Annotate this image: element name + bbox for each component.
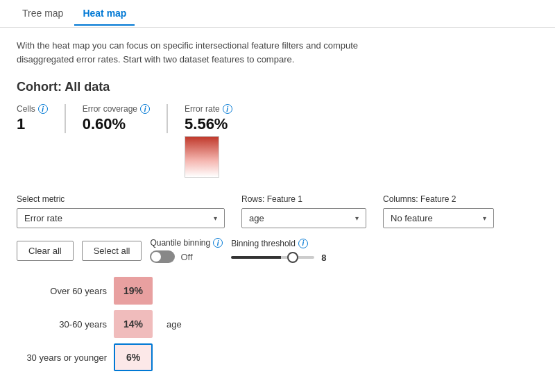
description-text: With the heat map you can focus on speci… (17, 39, 364, 66)
rows-feature-dropdown[interactable]: age ▾ (241, 208, 366, 228)
binning-slider[interactable] (231, 256, 314, 259)
quantile-binning-group: Quantile binning i Off (150, 238, 223, 263)
main-content: With the heat map you can focus on speci… (0, 28, 555, 388)
heatmap-table: Over 60 years 19% 30-60 years 14% age 30… (17, 277, 538, 371)
cols-feature-chevron-icon: ▾ (483, 214, 486, 222)
table-row: 30-60 years 14% age (17, 310, 538, 338)
row-label-2: 30 years or younger (17, 352, 107, 363)
select-metric-group: Select metric Error rate ▾ (17, 194, 225, 228)
heatmap-preview (185, 136, 219, 178)
quantile-toggle-row: Off (150, 250, 223, 263)
error-coverage-value: 0.60% (83, 115, 150, 133)
heatmap-cell-1[interactable]: 14% (114, 310, 153, 338)
error-coverage-metric: Error coverage i 0.60% (83, 104, 168, 133)
cells-info-icon[interactable]: i (38, 104, 48, 114)
heatmap-cell-0[interactable]: 19% (114, 277, 153, 305)
binning-label: Binning threshold i (231, 239, 326, 248)
error-rate-metric: Error rate i 5.56% (185, 104, 249, 178)
select-metric-label: Select metric (17, 194, 225, 204)
tab-bar: Tree map Heat map (0, 0, 555, 28)
tab-heat-map[interactable]: Heat map (74, 2, 135, 26)
cols-feature-label: Columns: Feature 2 (383, 194, 494, 204)
select-metric-chevron-icon: ▾ (214, 214, 217, 222)
metrics-row: Cells i 1 Error coverage i 0.60% Error r… (17, 104, 538, 178)
actions-row: Clear all Select all Quantile binning i … (17, 238, 538, 263)
binning-slider-row: 8 (231, 253, 326, 263)
binning-info-icon[interactable]: i (298, 239, 308, 248)
heatmap-col-label: age (166, 319, 182, 330)
rows-feature-group: Rows: Feature 1 age ▾ (241, 194, 366, 228)
quantile-state: Off (180, 252, 192, 262)
binning-threshold-group: Binning threshold i 8 (231, 239, 326, 263)
error-coverage-label: Error coverage i (83, 104, 150, 114)
cells-value: 1 (17, 115, 48, 133)
cols-feature-dropdown[interactable]: No feature ▾ (383, 208, 494, 228)
cols-feature-group: Columns: Feature 2 No feature ▾ (383, 194, 494, 228)
quantile-label: Quantile binning i (150, 238, 223, 248)
heatmap-cell-2[interactable]: 6% (114, 343, 153, 371)
cohort-title: Cohort: All data (17, 80, 538, 94)
table-row: Over 60 years 19% (17, 277, 538, 305)
quantile-toggle[interactable] (150, 250, 175, 263)
tab-tree-map[interactable]: Tree map (14, 2, 71, 26)
error-rate-label: Error rate i (185, 104, 232, 114)
rows-feature-chevron-icon: ▾ (355, 214, 359, 222)
error-coverage-info-icon[interactable]: i (140, 104, 150, 114)
error-rate-info-icon[interactable]: i (223, 104, 232, 114)
select-metric-dropdown[interactable]: Error rate ▾ (17, 208, 225, 228)
quantile-info-icon[interactable]: i (213, 238, 223, 248)
binning-value: 8 (321, 253, 326, 263)
error-rate-value: 5.56% (185, 115, 232, 133)
clear-all-button[interactable]: Clear all (17, 241, 74, 261)
select-all-button[interactable]: Select all (82, 241, 142, 261)
cells-label: Cells i (17, 104, 48, 114)
row-label-0: Over 60 years (17, 286, 107, 296)
table-row: 30 years or younger 6% (17, 343, 538, 371)
quantile-toggle-knob (151, 252, 161, 262)
rows-feature-label: Rows: Feature 1 (241, 194, 366, 204)
row-label-1: 30-60 years (17, 319, 107, 330)
cells-metric: Cells i 1 (17, 104, 66, 133)
